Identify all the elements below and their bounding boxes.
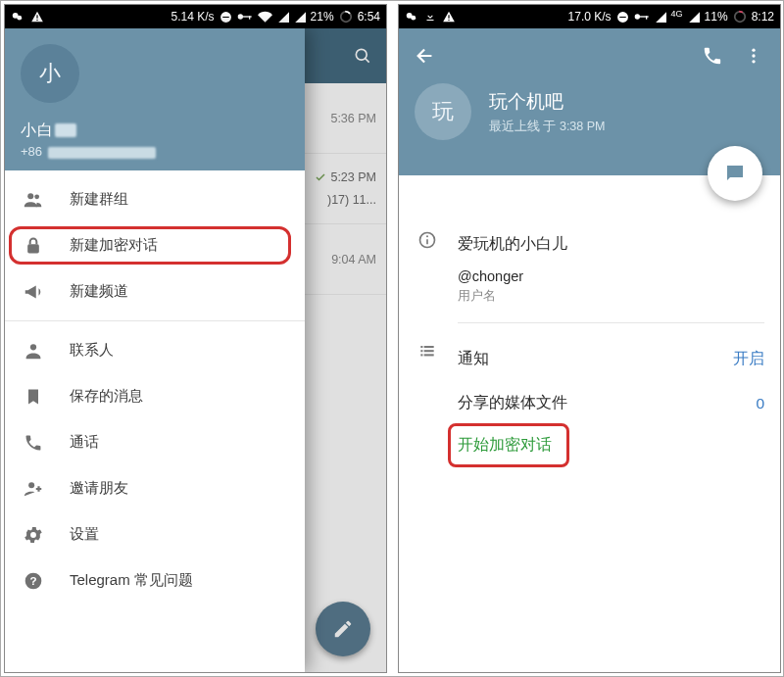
- svg-rect-35: [420, 346, 422, 348]
- svg-point-28: [734, 12, 745, 23]
- value: 0: [756, 395, 764, 412]
- status-battery-pct: 11%: [705, 10, 728, 24]
- svg-point-29: [752, 49, 755, 52]
- wifi-icon: [258, 11, 272, 23]
- menu-label: 设置: [70, 525, 99, 544]
- chat-row-snippet: )17) 11...: [315, 192, 376, 209]
- svg-point-16: [28, 482, 34, 488]
- svg-rect-36: [424, 346, 434, 348]
- row-shared-media[interactable]: 分享的媒体文件 0: [458, 381, 764, 425]
- svg-rect-24: [619, 16, 626, 17]
- download-icon: [424, 10, 436, 24]
- svg-rect-5: [222, 16, 229, 17]
- start-secret-chat[interactable]: 开始加密对话: [458, 425, 552, 465]
- redacted: [48, 147, 156, 159]
- profile-bio: 爱玩机的小白儿: [458, 234, 764, 255]
- menu-label: 新建频道: [70, 282, 128, 301]
- svg-point-1: [17, 16, 22, 21]
- svg-rect-38: [424, 350, 434, 352]
- vpn-key-icon: [634, 12, 650, 22]
- arrow-left-icon: [415, 45, 436, 67]
- back-button[interactable]: [405, 35, 446, 76]
- drawer-header: 小 小白 +86: [5, 28, 305, 170]
- avatar-letter: 玩: [432, 97, 454, 126]
- chat-row-time: 9:04 AM: [331, 253, 376, 266]
- add-person-icon: [23, 478, 44, 500]
- bookmark-icon: [23, 386, 44, 408]
- wechat-icon: [11, 10, 24, 24]
- help-icon: ?: [23, 571, 44, 591]
- vpn-key-icon: [237, 12, 253, 22]
- call-button[interactable]: [692, 35, 733, 76]
- status-clock: 8:12: [752, 10, 774, 24]
- statusbar-right: 17.0 K/s 4G 11% 8:12: [399, 5, 780, 28]
- search-icon[interactable]: [353, 46, 372, 66]
- lock-icon: [23, 235, 44, 257]
- profile-username[interactable]: @chonger: [458, 268, 764, 284]
- message-fab[interactable]: [708, 146, 762, 201]
- value: 开启: [733, 349, 764, 369]
- megaphone-icon: [23, 281, 44, 303]
- label: 通知: [458, 349, 489, 369]
- wechat-icon: [405, 10, 418, 24]
- status-net-type: 4G: [671, 9, 683, 19]
- menu-contacts[interactable]: 联系人: [5, 327, 305, 373]
- svg-rect-22: [448, 20, 449, 21]
- profile-last-seen: 最近上线 于 3:38 PM: [489, 119, 606, 135]
- dnd-icon: [616, 11, 629, 24]
- group-icon: [23, 189, 44, 211]
- menu-new-channel[interactable]: 新建频道: [5, 268, 305, 314]
- menu-new-group[interactable]: 新建群组: [5, 176, 305, 222]
- screenshot-stage: 5.14 K/s 21% 6:54 5:36 PM: [0, 0, 784, 677]
- label: 分享的媒体文件: [458, 393, 567, 413]
- info-icon: [415, 226, 440, 331]
- menu-new-secret-chat[interactable]: 新建加密对话: [5, 222, 305, 268]
- phone-icon: [702, 45, 723, 67]
- menu-label: 通话: [70, 433, 99, 452]
- info-section: 爱玩机的小白儿 @chonger 用户名: [399, 220, 780, 337]
- svg-point-31: [752, 60, 755, 63]
- battery-ring-icon: [733, 10, 747, 24]
- svg-line-11: [366, 59, 369, 63]
- check-icon: [315, 171, 326, 183]
- profile-content: 爱玩机的小白儿 @chonger 用户名 通知 开启: [399, 175, 780, 471]
- chat-row-time: 5:36 PM: [330, 112, 376, 125]
- svg-point-30: [752, 54, 755, 57]
- chat-bubble-icon: [723, 162, 747, 185]
- menu-invite-friends[interactable]: 邀请朋友: [5, 465, 305, 511]
- menu-saved-messages[interactable]: 保存的消息: [5, 373, 305, 419]
- avatar[interactable]: 玩: [415, 83, 471, 140]
- menu-label: 邀请朋友: [70, 479, 128, 498]
- profile-topbar: [399, 28, 780, 83]
- menu-label: 新建群组: [70, 190, 128, 209]
- compose-fab[interactable]: [316, 602, 370, 656]
- drawer-menu: 新建群组 新建加密对话 新建频道: [5, 170, 305, 604]
- drawer-user-phone: +86: [21, 144, 289, 159]
- warning-icon: [30, 10, 44, 24]
- phone-right: 17.0 K/s 4G 11% 8:12: [398, 4, 781, 673]
- svg-rect-3: [36, 20, 37, 21]
- divider: [458, 322, 764, 323]
- avatar[interactable]: 小: [21, 44, 79, 103]
- signal2-icon: [688, 11, 700, 23]
- settings-section: 通知 开启 分享的媒体文件 0 开始加密对话: [399, 337, 780, 471]
- menu-calls[interactable]: 通话: [5, 419, 305, 465]
- svg-rect-2: [36, 15, 37, 19]
- menu-faq[interactable]: ? Telegram 常见问题: [5, 557, 305, 604]
- status-clock: 6:54: [358, 10, 380, 24]
- svg-rect-39: [420, 354, 422, 356]
- drawer-user-name: 小白: [21, 121, 289, 141]
- svg-rect-37: [420, 350, 422, 352]
- profile-username-caption: 用户名: [458, 288, 764, 305]
- nav-drawer: 小 小白 +86 新建群组: [5, 28, 305, 672]
- row-notifications[interactable]: 通知 开启: [458, 337, 764, 381]
- menu-settings[interactable]: 设置: [5, 511, 305, 557]
- chat-row-time: 5:23 PM: [330, 169, 376, 186]
- svg-point-6: [237, 14, 242, 19]
- dnd-icon: [220, 11, 232, 24]
- battery-ring-icon: [339, 10, 353, 24]
- status-net-speed: 17.0 K/s: [568, 10, 612, 24]
- menu-label: 保存的消息: [70, 387, 143, 406]
- gear-icon: [23, 524, 44, 546]
- overflow-button[interactable]: [733, 35, 774, 76]
